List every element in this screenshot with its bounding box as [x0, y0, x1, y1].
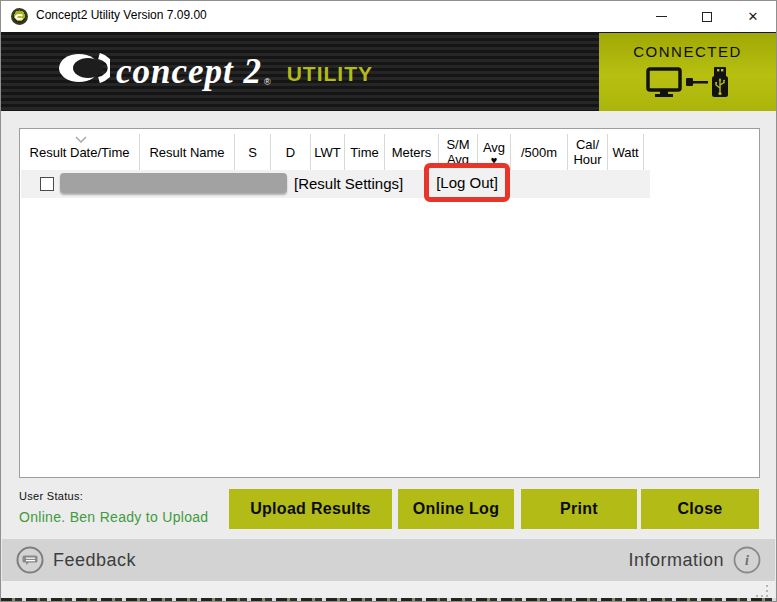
column-header-cal-hour[interactable]: Cal/Hour — [568, 134, 608, 170]
column-header-result-name[interactable]: Result Name — [140, 134, 235, 170]
window-controls: ✕ — [638, 1, 776, 32]
usb-cable-plug-icon — [685, 76, 709, 88]
concept2-logo-icon — [58, 51, 110, 85]
app-window: Concept2 Utility Version 7.09.00 ✕ conce… — [0, 0, 777, 602]
close-app-button[interactable]: Close — [641, 489, 759, 529]
column-header-s[interactable]: S — [235, 134, 271, 170]
registered-mark: ® — [264, 77, 271, 87]
info-icon: i — [733, 546, 761, 574]
results-table: Result Date/Time Result Name S D LWT Tim… — [19, 128, 760, 478]
feedback-label: Feedback — [53, 550, 136, 571]
upload-results-button[interactable]: Upload Results — [229, 489, 392, 529]
background-window-artifact — [1, 598, 776, 601]
maximize-icon — [702, 12, 712, 22]
feedback-control[interactable]: Feedback — [16, 546, 136, 574]
column-header-watt[interactable]: Watt — [608, 134, 644, 170]
resize-grip[interactable] — [756, 585, 768, 597]
minimize-icon — [656, 16, 667, 17]
result-settings-link[interactable]: [Result Settings] — [294, 175, 403, 192]
column-header-result-date-time[interactable]: Result Date/Time — [20, 134, 140, 170]
speech-bubble-icon — [16, 546, 44, 574]
connection-status-text: CONNECTED — [633, 43, 742, 60]
column-header-time[interactable]: Time — [345, 134, 385, 170]
connection-icons — [645, 66, 731, 98]
product-name: UTILITY — [287, 62, 373, 86]
column-header-d[interactable]: D — [271, 134, 311, 170]
result-name-redacted — [60, 173, 287, 193]
window-title: Concept2 Utility Version 7.09.00 — [36, 8, 207, 22]
column-header-500m[interactable]: /500m — [511, 134, 568, 170]
maximize-button[interactable] — [684, 1, 730, 32]
information-control[interactable]: Information i — [628, 546, 761, 574]
annotation-highlight-box: [Log Out] — [424, 163, 510, 202]
connection-status-panel: CONNECTED — [599, 33, 776, 111]
table-header-row: Result Date/Time Result Name S D LWT Tim… — [20, 134, 759, 170]
performance-monitor-icon — [645, 67, 685, 97]
close-button[interactable]: ✕ — [730, 1, 776, 32]
svg-text:i: i — [745, 553, 749, 568]
online-log-button[interactable]: Online Log — [398, 489, 514, 529]
footer-bar: Feedback Information i — [2, 539, 775, 581]
result-checkbox[interactable] — [40, 177, 54, 191]
column-header-lwt[interactable]: LWT — [311, 134, 345, 170]
result-row: [Result Settings] — [21, 170, 650, 198]
usb-drive-icon — [709, 66, 731, 98]
concept2-roundel-icon — [11, 8, 28, 25]
minimize-button[interactable] — [638, 1, 684, 32]
brand-name: concept 2 — [116, 54, 262, 89]
print-button[interactable]: Print — [521, 489, 637, 529]
close-icon: ✕ — [748, 10, 759, 23]
user-status-label: User Status: — [19, 490, 83, 502]
log-out-link[interactable]: [Log Out] — [436, 174, 498, 191]
user-status-value: Online. Ben Ready to Upload — [19, 509, 208, 525]
title-bar: Concept2 Utility Version 7.09.00 ✕ — [1, 1, 776, 32]
information-label: Information — [628, 550, 724, 571]
column-header-filler — [644, 134, 759, 170]
concept2-logo: concept 2 ® UTILITY — [58, 51, 373, 89]
